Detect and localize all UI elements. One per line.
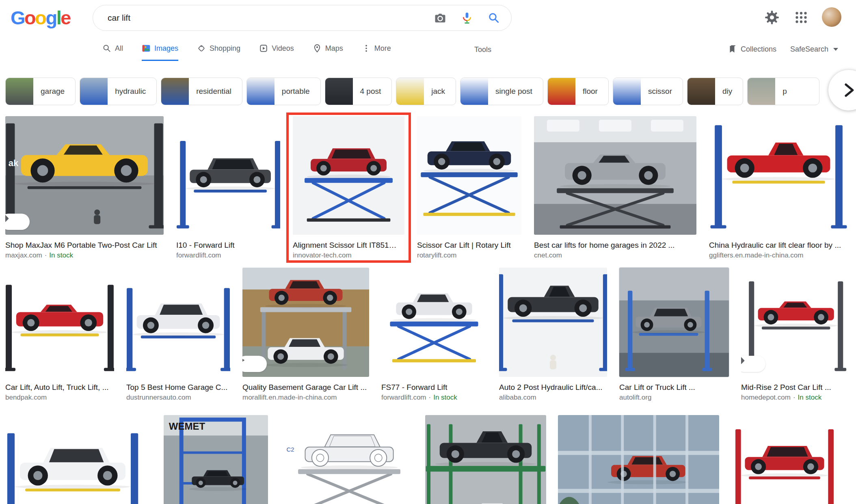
result-image[interactable]: WEMET: [164, 415, 268, 504]
result-image[interactable]: [293, 116, 404, 235]
search-icon[interactable]: [488, 12, 500, 24]
result-source[interactable]: autolift.org: [619, 392, 729, 403]
chip-hydraulic[interactable]: hydraulic: [80, 78, 157, 105]
result-source[interactable]: forwardlift.com: [176, 250, 280, 261]
result-image[interactable]: [499, 268, 607, 377]
source-domain: maxjax.com: [5, 251, 42, 259]
tab-videos[interactable]: Videos: [259, 44, 294, 61]
result-tile[interactable]: [731, 415, 847, 504]
result-tile[interactable]: Car Lift or Truck Lift ...autolift.org: [619, 268, 729, 403]
result-tile[interactable]: China Hydraulic car lift clear floor by …: [709, 116, 848, 261]
account-avatar[interactable]: [822, 7, 841, 27]
collections-button[interactable]: Collections: [728, 45, 776, 54]
chip-portable[interactable]: portable: [246, 78, 321, 105]
settings-gear-icon[interactable]: [765, 10, 779, 25]
result-image[interactable]: [242, 268, 369, 377]
tabs-right-controls: Collections SafeSearch: [728, 45, 838, 54]
result-source[interactable]: innovator-tech.com: [293, 250, 404, 261]
chip-4-post[interactable]: 4 post: [325, 78, 392, 105]
result-tile[interactable]: Mid-Rise 2 Post Car Lift ...homedepot.co…: [741, 268, 847, 403]
tools-button[interactable]: Tools: [474, 45, 491, 54]
result-tile[interactable]: I10 - Forward Liftforwardlift.com: [176, 116, 280, 261]
apps-grid-icon[interactable]: [794, 10, 808, 25]
result-title[interactable]: Alignment Scissor Lift IT851…: [293, 240, 404, 250]
result-caption: Quality Basement Garage Car Lift ...mora…: [242, 382, 369, 403]
result-title[interactable]: Scissor Car Lift | Rotary Lift: [417, 240, 521, 250]
result-tile[interactable]: Top 5 Best Home Garage C...dustrunnersau…: [126, 268, 230, 403]
result-image[interactable]: C2: [280, 415, 413, 504]
result-tile[interactable]: [5, 415, 152, 504]
result-source[interactable]: cnet.com: [534, 250, 696, 261]
tab-label: Shopping: [210, 44, 240, 53]
result-title[interactable]: China Hydraulic car lift clear floor by …: [709, 240, 848, 250]
result-tile-selected[interactable]: Alignment Scissor Lift IT851…innovator-t…: [293, 116, 404, 261]
result-title[interactable]: Car Lift or Truck Lift ...: [619, 382, 729, 392]
chip-p[interactable]: p: [747, 78, 819, 105]
result-source[interactable]: forwardlift.com·In stock: [381, 392, 487, 403]
tab-more[interactable]: More: [362, 44, 391, 61]
tab-images[interactable]: Images: [142, 44, 178, 61]
result-tile[interactable]: Best car lifts for home garages in 2022 …: [534, 116, 696, 261]
source-domain: gglifters.en.made-in-china.com: [709, 251, 803, 259]
result-title[interactable]: Auto 2 Post Hydraulic Lift/ca...: [499, 382, 607, 392]
chip-residential[interactable]: residential: [161, 78, 242, 105]
result-source[interactable]: maxjax.com·In stock: [5, 250, 164, 261]
result-title[interactable]: Shop MaxJax M6 Portable Two-Post Car Lif…: [5, 240, 164, 250]
result-source[interactable]: bendpak.com: [5, 392, 114, 403]
result-image[interactable]: [381, 268, 487, 377]
result-title[interactable]: Car Lift, Auto Lift, Truck Lift, ...: [5, 382, 114, 392]
result-title[interactable]: Top 5 Best Home Garage C...: [126, 382, 230, 392]
result-image[interactable]: [425, 415, 546, 504]
microphone-icon[interactable]: [461, 12, 473, 24]
result-image[interactable]: [417, 116, 521, 235]
result-tile[interactable]: WEMET: [164, 415, 268, 504]
result-tile[interactable]: Scissor Car Lift | Rotary Liftrotarylift…: [417, 116, 521, 261]
result-image[interactable]: [5, 268, 114, 377]
result-title[interactable]: FS77 - Forward Lift: [381, 382, 487, 392]
result-source[interactable]: homedepot.com·In stock: [741, 392, 847, 403]
chips-scroll-right-button[interactable]: [828, 70, 856, 110]
result-tile[interactable]: [558, 415, 719, 504]
tab-all[interactable]: All: [102, 44, 123, 61]
result-source[interactable]: morallift.en.made-in-china.com: [242, 392, 369, 403]
result-image[interactable]: [176, 116, 280, 235]
result-tile[interactable]: ak Shop MaxJax M6 Portable Two-Post Car …: [5, 116, 164, 261]
result-source[interactable]: dustrunnersauto.com: [126, 392, 230, 403]
result-source[interactable]: rotarylift.com: [417, 250, 521, 261]
result-image[interactable]: [741, 268, 847, 377]
result-source[interactable]: alibaba.com: [499, 392, 607, 403]
result-tile[interactable]: C2: [280, 415, 413, 504]
result-tile[interactable]: Quality Basement Garage Car Lift ...mora…: [242, 268, 369, 403]
chip-scissor[interactable]: scissor: [613, 78, 683, 105]
tab-maps[interactable]: Maps: [313, 44, 343, 61]
result-image[interactable]: [126, 268, 230, 377]
result-source[interactable]: gglifters.en.made-in-china.com: [709, 250, 848, 261]
result-image[interactable]: [5, 415, 152, 504]
result-tile[interactable]: [425, 415, 546, 504]
google-logo[interactable]: Google: [11, 5, 70, 30]
chip-diy[interactable]: diy: [687, 78, 743, 105]
camera-icon[interactable]: [434, 12, 446, 24]
chip-single-post[interactable]: single post: [460, 78, 543, 105]
search-input[interactable]: [107, 13, 434, 23]
tab-shopping[interactable]: Shopping: [197, 44, 240, 61]
result-image[interactable]: [534, 116, 696, 235]
safesearch-button[interactable]: SafeSearch: [790, 45, 838, 54]
result-image[interactable]: [619, 268, 729, 377]
result-tile[interactable]: Car Lift, Auto Lift, Truck Lift, ...bend…: [5, 268, 114, 403]
result-image[interactable]: [731, 415, 847, 504]
result-image[interactable]: [558, 415, 719, 504]
result-title[interactable]: I10 - Forward Lift: [176, 240, 280, 250]
chip-garage[interactable]: garage: [5, 78, 76, 105]
result-tile[interactable]: FS77 - Forward Liftforwardlift.com·In st…: [381, 268, 487, 403]
result-image[interactable]: ak: [5, 116, 164, 235]
result-image[interactable]: [709, 116, 848, 235]
result-title[interactable]: Mid-Rise 2 Post Car Lift ...: [741, 382, 847, 392]
chip-floor[interactable]: floor: [547, 78, 609, 105]
result-tile[interactable]: Auto 2 Post Hydraulic Lift/ca...alibaba.…: [499, 268, 607, 403]
video-icon: [259, 44, 268, 53]
result-caption: China Hydraulic car lift clear floor by …: [709, 240, 848, 261]
result-title[interactable]: Best car lifts for home garages in 2022 …: [534, 240, 696, 250]
result-title[interactable]: Quality Basement Garage Car Lift ...: [242, 382, 369, 392]
chip-jack[interactable]: jack: [396, 78, 456, 105]
